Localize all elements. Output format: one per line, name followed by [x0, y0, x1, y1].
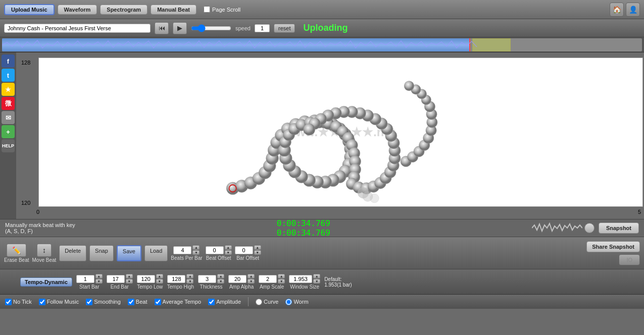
help-button[interactable]: HELP — [2, 139, 15, 152]
email-button[interactable]: ✉ — [2, 111, 15, 124]
amp-scale-label: Amp Scale — [260, 284, 284, 290]
beat-offset-group: ▲ ▼ Beat Offset — [206, 245, 232, 261]
tempo-high-up[interactable]: ▲ — [186, 274, 193, 278]
load-button[interactable]: Load — [144, 245, 168, 261]
average-tempo-label[interactable]: Average Tempo — [155, 299, 202, 305]
beat-offset-up[interactable]: ▲ — [225, 245, 232, 250]
tempo-high-input[interactable] — [167, 275, 185, 283]
worm-radio[interactable] — [285, 299, 292, 305]
bar-offset-input[interactable] — [235, 246, 253, 254]
visualization-canvas[interactable]: www.★★★★★.net — [38, 58, 643, 207]
reset-button[interactable]: reset — [274, 24, 295, 33]
amplitude-label[interactable]: Amplitude — [208, 299, 241, 305]
follow-music-text: Follow Music — [47, 299, 79, 305]
tempo-low-label: Tempo Low — [137, 284, 163, 290]
start-bar-input[interactable] — [76, 275, 94, 283]
tempo-low-up[interactable]: ▲ — [156, 274, 163, 278]
pencil-icon: ✏️ — [12, 246, 21, 254]
snap-button[interactable]: Snap — [89, 245, 114, 261]
tempo-low-down[interactable]: ▼ — [156, 279, 163, 284]
manual-beat-hint: Manually mark beat with key (A, S, D, F) — [5, 222, 75, 234]
delete-button[interactable]: Delete — [59, 245, 86, 261]
beats-per-bar-up[interactable]: ▲ — [192, 245, 200, 250]
start-bar-up[interactable]: ▲ — [95, 274, 103, 278]
curve-radio-label[interactable]: Curve — [256, 299, 278, 305]
track-name-input[interactable] — [4, 24, 151, 33]
amp-alpha-input[interactable] — [228, 275, 246, 283]
beats-per-bar-down[interactable]: ▼ — [192, 250, 200, 255]
follow-music-checkbox[interactable] — [39, 299, 45, 305]
follow-music-label[interactable]: Follow Music — [39, 299, 79, 305]
waveform-button[interactable]: Waveform — [58, 5, 97, 15]
waveform-overview[interactable] — [2, 38, 642, 51]
thickness-input[interactable] — [198, 275, 216, 283]
bar-offset-down[interactable]: ▼ — [254, 250, 261, 255]
twitter-button[interactable]: t — [2, 69, 15, 82]
amp-alpha-down[interactable]: ▼ — [247, 279, 255, 284]
snapshot-button[interactable]: Snapshot — [599, 222, 639, 234]
window-size-input[interactable] — [289, 275, 312, 283]
save-button[interactable]: Save — [117, 245, 141, 261]
star-button[interactable]: ★ — [2, 83, 15, 96]
upload-music-button[interactable]: Upload Music — [4, 4, 55, 15]
share-snapshot-button[interactable]: Share Snapshot — [586, 241, 640, 252]
tempo-dynamic-button[interactable]: Tempo-Dynamic — [20, 277, 72, 287]
end-bar-down[interactable]: ▼ — [126, 279, 133, 284]
curve-radio[interactable] — [256, 299, 262, 305]
amp-alpha-up[interactable]: ▲ — [247, 274, 255, 278]
manual-beat-button[interactable]: Manual Beat — [151, 5, 196, 15]
bar-offset-group: ▲ ▼ Bar Offset — [235, 245, 261, 261]
beat-offset-arrows: ▲ ▼ — [225, 245, 232, 255]
status-bar: Manually mark beat with key (A, S, D, F)… — [0, 219, 644, 237]
tempo-low-input[interactable] — [137, 275, 155, 283]
end-bar-up[interactable]: ▲ — [126, 274, 133, 278]
window-size-up[interactable]: ▲ — [313, 274, 320, 278]
default-label: Default: — [324, 276, 352, 282]
play-button[interactable]: ▶ — [173, 22, 187, 34]
spectrogram-button[interactable]: Spectrogram — [100, 5, 147, 15]
speed-slider[interactable] — [191, 24, 231, 32]
smoothing-label[interactable]: Smoothing — [86, 299, 121, 305]
amp-scale-down[interactable]: ▼ — [278, 279, 285, 284]
beat-checkbox[interactable] — [128, 299, 134, 305]
amp-scale-input[interactable] — [259, 275, 277, 283]
move-beat-button[interactable]: ↕️ — [37, 244, 52, 257]
amp-scale-group: ▲ ▼ Amp Scale — [259, 274, 285, 290]
start-bar-down[interactable]: ▼ — [95, 279, 103, 284]
play-circle-button[interactable] — [584, 223, 595, 233]
worm-radio-label[interactable]: Worm — [285, 299, 308, 305]
window-size-down[interactable]: ▼ — [313, 279, 320, 284]
page-scroll-area: Page Scroll — [204, 6, 240, 13]
x-axis-right-label: 5 — [638, 209, 641, 215]
tempo-high-down[interactable]: ▼ — [186, 279, 193, 284]
home-icon-button[interactable]: 🏠 — [610, 3, 624, 17]
smoothing-checkbox[interactable] — [86, 299, 92, 305]
page-scroll-checkbox[interactable] — [204, 6, 210, 13]
beat-label[interactable]: Beat — [128, 299, 147, 305]
beat-offset-input[interactable] — [206, 246, 224, 254]
thickness-down[interactable]: ▼ — [217, 279, 224, 284]
amp-scale-up[interactable]: ▲ — [278, 274, 285, 278]
end-bar-input[interactable] — [107, 275, 125, 283]
average-tempo-checkbox[interactable] — [155, 299, 161, 305]
erase-beat-button[interactable]: ✏️ — [7, 244, 26, 257]
user-icon-button[interactable]: 👤 — [626, 3, 640, 17]
beat-offset-down[interactable]: ▼ — [225, 250, 232, 255]
plus-button[interactable]: + — [2, 125, 15, 138]
amplitude-text: Amplitude — [216, 299, 241, 305]
no-tick-label[interactable]: No Tick — [5, 299, 32, 305]
beats-per-bar-input[interactable] — [173, 246, 191, 254]
amp-scale-arrows: ▲ ▼ — [278, 274, 285, 284]
bar-offset-label: Bar Offset — [236, 255, 259, 261]
thickness-up[interactable]: ▲ — [217, 274, 224, 278]
bar-offset-up[interactable]: ▲ — [254, 245, 261, 250]
facebook-button[interactable]: f — [2, 54, 15, 68]
weibo-icon: 微 — [5, 99, 12, 108]
end-bar-group: ▲ ▼ End Bar — [107, 274, 133, 290]
amplitude-checkbox[interactable] — [208, 299, 215, 305]
rewind-button[interactable]: ⏮ — [155, 22, 169, 34]
weibo-button[interactable]: 微 — [2, 97, 15, 110]
tempo-high-arrows: ▲ ▼ — [186, 274, 193, 284]
no-tick-checkbox[interactable] — [5, 299, 12, 305]
email-icon: ✉ — [6, 114, 11, 122]
